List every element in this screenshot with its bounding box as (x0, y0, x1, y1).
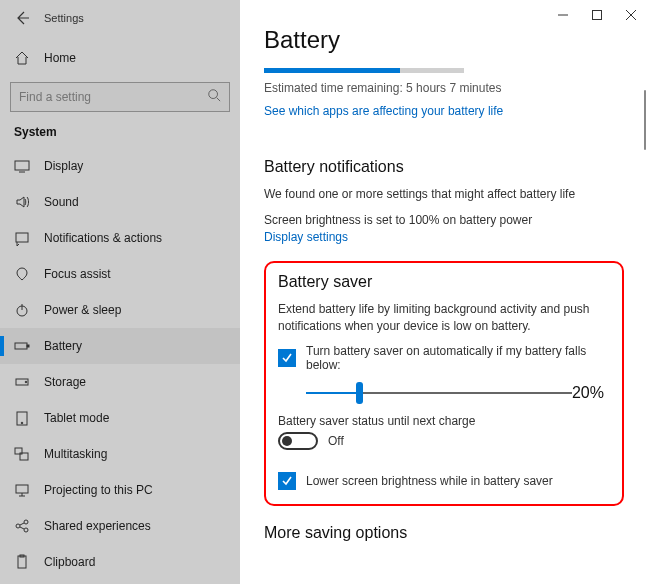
sidebar-label: Display (44, 159, 83, 173)
tablet-icon (14, 410, 30, 426)
svg-rect-16 (18, 556, 26, 568)
apps-affecting-link[interactable]: See which apps are affecting your batter… (264, 104, 503, 118)
threshold-slider[interactable] (306, 392, 572, 394)
saver-status-label: Battery saver status until next charge (278, 414, 610, 428)
sidebar-label: Notifications & actions (44, 231, 162, 245)
more-saving-title: More saving options (264, 524, 624, 542)
svg-rect-1 (15, 161, 29, 170)
auto-saver-checkbox[interactable] (278, 349, 296, 367)
back-button[interactable]: Settings (0, 0, 240, 36)
search-input[interactable] (19, 90, 207, 104)
sidebar-label: Storage (44, 375, 86, 389)
svg-point-15 (24, 528, 28, 532)
svg-rect-12 (16, 485, 28, 493)
sidebar-label: Power & sleep (44, 303, 121, 317)
svg-point-9 (21, 422, 23, 424)
lower-brightness-checkbox[interactable] (278, 472, 296, 490)
sidebar-item-battery[interactable]: Battery (0, 328, 240, 364)
sidebar-label: Shared experiences (44, 519, 151, 533)
sidebar-item-clipboard[interactable]: Clipboard (0, 544, 240, 580)
multitasking-icon (14, 446, 30, 462)
search-box[interactable] (10, 82, 230, 112)
threshold-slider-row: 20% (306, 384, 610, 402)
sidebar-label: Clipboard (44, 555, 95, 569)
sidebar-label: Tablet mode (44, 411, 109, 425)
auto-saver-label: Turn battery saver on automatically if m… (306, 344, 610, 372)
settings-sidebar: Settings Home System Display Sound Notif… (0, 0, 240, 584)
search-icon (207, 88, 221, 106)
projecting-icon (14, 482, 30, 498)
svg-point-7 (25, 381, 27, 383)
estimated-time: Estimated time remaining: 5 hours 7 minu… (264, 81, 624, 95)
display-icon (14, 158, 30, 174)
battery-saver-section: Battery saver Extend battery life by lim… (264, 261, 624, 507)
slider-fill (306, 392, 359, 394)
sidebar-label: Focus assist (44, 267, 111, 281)
notifications-body: We found one or more settings that might… (264, 186, 624, 203)
saver-status-toggle[interactable] (278, 432, 318, 450)
sidebar-item-display[interactable]: Display (0, 148, 240, 184)
sidebar-item-notifications[interactable]: Notifications & actions (0, 220, 240, 256)
home-icon (14, 50, 30, 66)
sidebar-label: Projecting to this PC (44, 483, 153, 497)
focus-assist-icon (14, 266, 30, 282)
toggle-knob (282, 436, 292, 446)
battery-icon (14, 338, 30, 354)
sidebar-item-shared-experiences[interactable]: Shared experiences (0, 508, 240, 544)
lower-brightness-label: Lower screen brightness while in battery… (306, 474, 553, 488)
sidebar-item-sound[interactable]: Sound (0, 184, 240, 220)
sidebar-item-home[interactable]: Home (0, 40, 240, 76)
svg-point-13 (16, 524, 20, 528)
sidebar-item-storage[interactable]: Storage (0, 364, 240, 400)
sidebar-group-system: System (0, 116, 240, 148)
sidebar-item-multitasking[interactable]: Multitasking (0, 436, 240, 472)
lower-brightness-row[interactable]: Lower screen brightness while in battery… (278, 472, 610, 490)
notifications-icon (14, 230, 30, 246)
svg-point-0 (209, 90, 218, 99)
brightness-note: Screen brightness is set to 100% on batt… (264, 213, 624, 227)
sidebar-item-power-sleep[interactable]: Power & sleep (0, 292, 240, 328)
sound-icon (14, 194, 30, 210)
sidebar-label: Home (44, 51, 76, 65)
notifications-title: Battery notifications (264, 158, 624, 176)
sidebar-item-focus-assist[interactable]: Focus assist (0, 256, 240, 292)
page-title: Battery (264, 26, 624, 54)
svg-rect-5 (27, 345, 29, 347)
sidebar-label: Battery (44, 339, 82, 353)
saver-status-state: Off (328, 434, 344, 448)
svg-rect-2 (16, 233, 28, 242)
shared-icon (14, 518, 30, 534)
display-settings-link[interactable]: Display settings (264, 230, 348, 244)
clipboard-icon (14, 554, 30, 570)
battery-progress (264, 68, 464, 73)
slider-thumb[interactable] (356, 382, 363, 404)
battery-saver-title: Battery saver (278, 273, 610, 291)
storage-icon (14, 374, 30, 390)
svg-point-14 (24, 520, 28, 524)
svg-rect-4 (15, 343, 27, 349)
saver-status-row: Battery saver status until next charge O… (278, 414, 610, 450)
app-name: Settings (44, 12, 84, 24)
battery-saver-desc: Extend battery life by limiting backgrou… (278, 301, 610, 335)
back-arrow-icon (14, 10, 30, 26)
sidebar-label: Multitasking (44, 447, 107, 461)
sidebar-item-tablet-mode[interactable]: Tablet mode (0, 400, 240, 436)
battery-progress-fill (264, 68, 400, 73)
threshold-value: 20% (572, 384, 610, 402)
content-area: Battery Estimated time remaining: 5 hour… (240, 0, 648, 584)
auto-saver-row[interactable]: Turn battery saver on automatically if m… (278, 344, 610, 372)
power-icon (14, 302, 30, 318)
sidebar-label: Sound (44, 195, 79, 209)
sidebar-item-projecting[interactable]: Projecting to this PC (0, 472, 240, 508)
